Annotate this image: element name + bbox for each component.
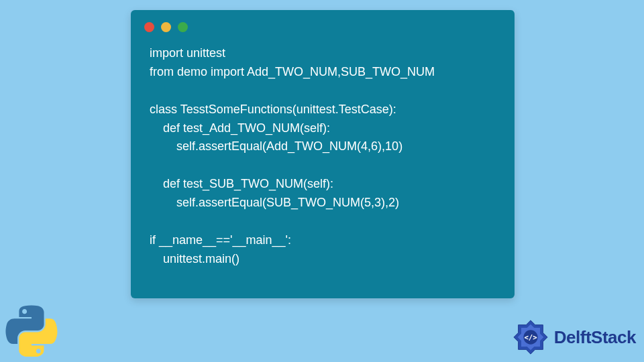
code-line: class TesstSomeFunctions(unittest.TestCa…: [150, 103, 396, 116]
code-line: from demo import Add_TWO_NUM,SUB_TWO_NUM: [150, 65, 435, 78]
code-line: import unittest: [150, 46, 225, 60]
window-controls: [131, 10, 515, 39]
code-line: def test_Add_TWO_NUM(self):: [150, 121, 330, 135]
code-line: if __name__=='__main__':: [150, 233, 291, 247]
python-logo-icon: [5, 304, 58, 357]
code-line: def test_SUB_TWO_NUM(self):: [150, 177, 333, 190]
delftstack-badge-icon: </>: [511, 318, 550, 357]
code-line: self.assertEqual(Add_TWO_NUM(4,6),10): [150, 139, 402, 153]
code-line: self.assertEqual(SUB_TWO_NUM(5,3),2): [150, 196, 399, 209]
code-block: import unittest from demo import Add_TWO…: [131, 39, 515, 282]
close-icon: [144, 22, 154, 32]
maximize-icon: [178, 22, 188, 32]
delftstack-text: DelftStack: [554, 327, 636, 348]
code-window: import unittest from demo import Add_TWO…: [131, 10, 515, 298]
delftstack-logo: </> DelftStack: [511, 318, 636, 357]
minimize-icon: [161, 22, 171, 32]
svg-text:</>: </>: [524, 333, 537, 342]
code-line: unittest.main(): [150, 252, 239, 265]
